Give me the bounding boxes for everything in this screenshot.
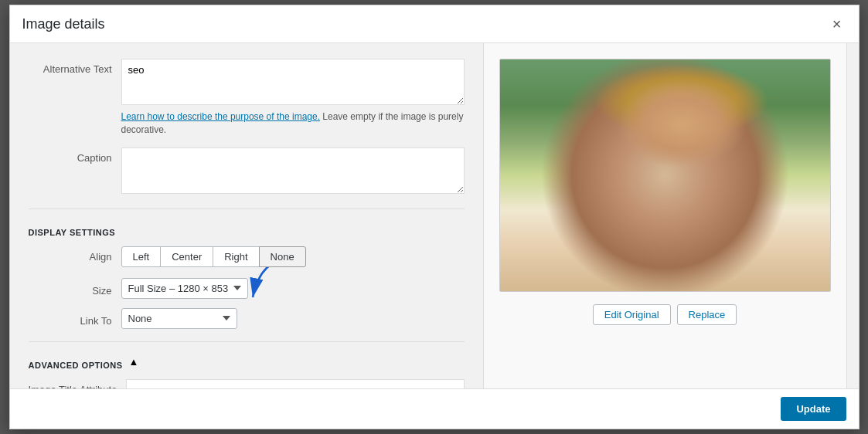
dialog-footer: Update <box>10 388 859 429</box>
align-label: Align <box>29 246 121 263</box>
replace-button[interactable]: Replace <box>677 304 737 325</box>
align-center-button[interactable]: Center <box>160 246 213 267</box>
align-none-button[interactable]: None <box>259 246 306 267</box>
alt-text-label: Alternative Text <box>29 59 121 75</box>
image-title-label: Image Title Attribute <box>29 379 127 388</box>
align-field: Left Center Right None <box>121 246 465 267</box>
link-to-row: Link To None Media File Attachment Page … <box>29 308 465 329</box>
photo-simulation <box>500 59 830 291</box>
image-title-row: Image Title Attribute <box>29 379 465 388</box>
alt-text-input[interactable]: seo <box>121 59 465 105</box>
dialog-header: Image details × <box>10 5 859 43</box>
caption-input[interactable] <box>121 147 465 194</box>
link-to-label: Link To <box>29 310 121 327</box>
size-select-container: Full Size – 1280 × 853 Large Medium Thum… <box>121 278 248 299</box>
left-panel: Alternative Text seo Learn how to descri… <box>10 43 483 388</box>
image-title-input[interactable] <box>126 379 464 388</box>
alt-text-row: Alternative Text seo Learn how to descri… <box>29 59 465 137</box>
edit-original-button[interactable]: Edit Original <box>593 304 671 325</box>
size-label: Size <box>29 280 121 297</box>
scrollbar[interactable] <box>846 43 859 388</box>
image-title-field <box>126 379 464 388</box>
divider-2 <box>29 341 465 342</box>
image-details-dialog: Image details × Alternative Text seo Lea… <box>9 5 859 429</box>
image-action-buttons: Edit Original Replace <box>593 304 737 325</box>
align-row: Align Left Center Right None <box>29 246 465 267</box>
caption-row: Caption <box>29 147 465 196</box>
alt-text-helper: Learn how to describe the purpose of the… <box>121 110 465 137</box>
divider-1 <box>29 209 465 209</box>
display-settings-heading: DISPLAY SETTINGS <box>29 222 465 237</box>
image-preview-inner <box>500 59 830 291</box>
align-left-button[interactable]: Left <box>121 246 162 267</box>
advanced-toggle-icon: ▲ <box>129 356 139 368</box>
close-button[interactable]: × <box>828 15 846 33</box>
dialog-body: Alternative Text seo Learn how to descri… <box>10 43 859 388</box>
caption-field <box>121 147 465 196</box>
link-to-select[interactable]: None Media File Attachment Page Custom U… <box>121 308 237 329</box>
alt-text-link[interactable]: Learn how to describe the purpose of the… <box>121 111 321 122</box>
right-panel: Edit Original Replace <box>483 43 846 388</box>
dialog-title: Image details <box>22 16 105 32</box>
caption-label: Caption <box>29 147 121 164</box>
update-button[interactable]: Update <box>781 397 846 421</box>
advanced-options-heading: ADVANCED OPTIONS <box>29 354 123 370</box>
align-buttons: Left Center Right None <box>121 246 465 267</box>
align-right-button[interactable]: Right <box>213 246 259 267</box>
advanced-options-toggle[interactable]: ADVANCED OPTIONS ▲ <box>29 354 465 370</box>
size-row: Size Full Size – 1280 × 853 Large Medium… <box>29 278 465 299</box>
image-preview <box>499 59 831 292</box>
size-select[interactable]: Full Size – 1280 × 853 Large Medium Thum… <box>121 278 248 299</box>
alt-text-field: seo Learn how to describe the purpose of… <box>121 59 465 137</box>
